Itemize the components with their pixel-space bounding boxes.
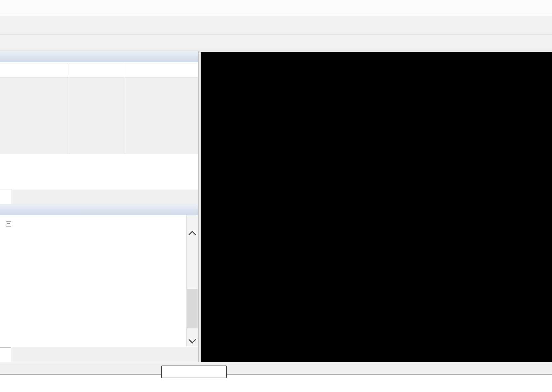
- tree-collapse-icon[interactable]: [6, 221, 11, 226]
- price-chart[interactable]: [201, 52, 552, 362]
- market-watch-header: [0, 62, 198, 78]
- time-axis[interactable]: [201, 352, 552, 362]
- terminal-header: [0, 374, 552, 392]
- panel-splitter[interactable]: [198, 51, 201, 362]
- market-watch-tabs: [0, 190, 203, 204]
- standard-toolbar: [0, 16, 552, 35]
- chart-tabs-bar: [0, 362, 552, 374]
- column-divider: [69, 62, 69, 154]
- navigator-titlebar[interactable]: [0, 204, 198, 215]
- column-divider: [124, 62, 124, 154]
- scrollbar-thumb[interactable]: [187, 289, 198, 328]
- market-watch-empty-area: [0, 154, 198, 190]
- tab-symbols[interactable]: [0, 190, 11, 204]
- terminal-corner-box: [161, 366, 227, 378]
- navigator-tabs: [0, 347, 203, 362]
- market-watch-titlebar[interactable]: [0, 51, 198, 62]
- chart-window[interactable]: [201, 52, 552, 362]
- line-studies-toolbar: [0, 35, 552, 51]
- mt4-window: [0, 0, 552, 392]
- navigator-tree: [0, 215, 198, 347]
- tab-common[interactable]: [0, 347, 11, 362]
- menu-bar: [0, 0, 552, 16]
